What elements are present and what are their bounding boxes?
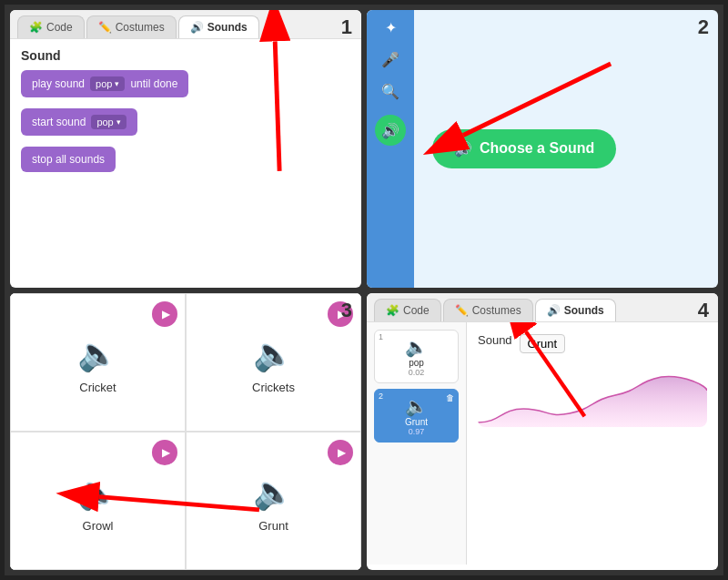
speaker-grunt-icon: 🔈 bbox=[253, 473, 294, 512]
play-sound-block[interactable]: play sound pop ▾ until done bbox=[21, 70, 188, 97]
sound-card-cricket[interactable]: ▶ 🔈 Cricket bbox=[10, 293, 186, 432]
panel4-body: 1 🔈 pop 0.02 2 🗑 🔈 Grunt 0.97 Sound Gr bbox=[367, 322, 718, 565]
svg-line-3 bbox=[463, 64, 611, 136]
p4-sounds-icon: 🔊 bbox=[547, 304, 561, 317]
sound-item-pop[interactable]: 1 🔈 pop 0.02 bbox=[374, 330, 459, 383]
delete-grunt-btn[interactable]: 🗑 bbox=[443, 392, 456, 404]
speaker-btn-icon: 🔊 bbox=[454, 140, 472, 158]
tab-costumes[interactable]: ✏️ Costumes bbox=[86, 15, 177, 38]
panel2-body: ✦ 🎤 🔍 🔊 🔊 Choose a Sound bbox=[367, 10, 718, 288]
panel2-sidebar: ✦ 🎤 🔍 🔊 bbox=[367, 10, 414, 288]
sound-section-label: Sound bbox=[21, 48, 350, 63]
panel4-number: 4 bbox=[698, 299, 709, 322]
panel-4: 🧩 Code ✏️ Costumes 🔊 Sounds 1 🔈 pop 0.02 bbox=[367, 293, 718, 571]
panel1-tabs: 🧩 Code ✏️ Costumes 🔊 Sounds bbox=[10, 10, 361, 39]
p4-costumes-icon: ✏️ bbox=[455, 304, 469, 317]
panel2-main: 🔊 Choose a Sound bbox=[414, 10, 718, 288]
play-icon: ▶ bbox=[162, 308, 170, 321]
start-sound-block[interactable]: start sound pop ▾ bbox=[21, 108, 137, 136]
growl-label: Growl bbox=[83, 519, 114, 533]
p4-tab-sounds[interactable]: 🔊 Sounds bbox=[535, 299, 616, 321]
panel1-body: Sound play sound pop ▾ until done start … bbox=[10, 39, 361, 187]
panel4-arrow bbox=[467, 322, 718, 565]
p4-tab-costumes[interactable]: ✏️ Costumes bbox=[443, 299, 533, 321]
panel-3: ▶ 🔈 Cricket ▶ 🔈 Crickets ▶ 🔈 Growl bbox=[10, 293, 361, 571]
crickets-label: Crickets bbox=[252, 381, 295, 394]
play-icon: ▶ bbox=[338, 446, 346, 459]
choose-sound-button[interactable]: 🔊 Choose a Sound bbox=[432, 129, 616, 168]
play-cricket-btn[interactable]: ▶ bbox=[152, 301, 177, 327]
play-icon: ▶ bbox=[162, 446, 170, 459]
speaker-crickets-icon: 🔈 bbox=[253, 335, 294, 373]
speaker-circle-icon: 🔊 bbox=[381, 122, 399, 139]
tab-code[interactable]: 🧩 Code bbox=[17, 15, 85, 38]
speaker-cricket-icon: 🔈 bbox=[77, 335, 118, 373]
search-sidebar-icon[interactable]: 🔍 bbox=[381, 83, 399, 100]
p4-code-icon: 🧩 bbox=[386, 304, 399, 317]
sound-label-display: Sound bbox=[478, 333, 512, 347]
choose-sound-circle-btn[interactable]: 🔊 bbox=[375, 115, 406, 146]
sound-item-grunt[interactable]: 2 🗑 🔈 Grunt 0.97 bbox=[374, 389, 459, 443]
sounds-list: 1 🔈 pop 0.02 2 🗑 🔈 Grunt 0.97 bbox=[367, 322, 467, 565]
play-grunt-btn[interactable]: ▶ bbox=[328, 440, 353, 465]
panel1-number: 1 bbox=[341, 15, 352, 39]
sound-card-growl[interactable]: ▶ 🔈 Growl bbox=[10, 432, 186, 570]
microphone-icon[interactable]: 🎤 bbox=[381, 51, 399, 68]
cricket-label: Cricket bbox=[79, 381, 116, 394]
panel2-number: 2 bbox=[698, 15, 709, 39]
code-icon: 🧩 bbox=[29, 21, 43, 34]
panel-1: 🧩 Code ✏️ Costumes 🔊 Sounds Sound play s… bbox=[10, 10, 361, 288]
panel3-number: 3 bbox=[341, 299, 352, 322]
stop-all-sounds-block[interactable]: stop all sounds bbox=[21, 147, 116, 172]
play-growl-btn[interactable]: ▶ bbox=[152, 440, 177, 465]
panel4-tabs: 🧩 Code ✏️ Costumes 🔊 Sounds bbox=[367, 293, 718, 322]
panel-2: ✦ 🎤 🔍 🔊 🔊 Choose a Sound bbox=[367, 10, 718, 288]
panel4-right: Sound Grunt bbox=[467, 322, 718, 565]
panel3-body: ▶ 🔈 Cricket ▶ 🔈 Crickets ▶ 🔈 Growl bbox=[10, 293, 361, 571]
main-grid: 🧩 Code ✏️ Costumes 🔊 Sounds Sound play s… bbox=[5, 5, 723, 575]
speaker-grunt-list-icon: 🔈 bbox=[405, 395, 428, 417]
p4-tab-code[interactable]: 🧩 Code bbox=[374, 299, 441, 321]
sounds-icon: 🔊 bbox=[190, 21, 204, 34]
speaker-pop-icon: 🔈 bbox=[405, 336, 428, 358]
sparkle-icon[interactable]: ✦ bbox=[385, 19, 397, 36]
sound-card-crickets[interactable]: ▶ 🔈 Crickets bbox=[186, 293, 361, 432]
tab-sounds[interactable]: 🔊 Sounds bbox=[178, 15, 259, 38]
sound-name-value[interactable]: Grunt bbox=[520, 334, 566, 353]
costumes-icon: ✏️ bbox=[98, 21, 112, 34]
sound-card-grunt[interactable]: ▶ 🔈 Grunt bbox=[186, 432, 361, 570]
waveform-display bbox=[478, 372, 707, 427]
grunt-label: Grunt bbox=[258, 519, 288, 533]
speaker-growl-icon: 🔈 bbox=[77, 473, 118, 512]
